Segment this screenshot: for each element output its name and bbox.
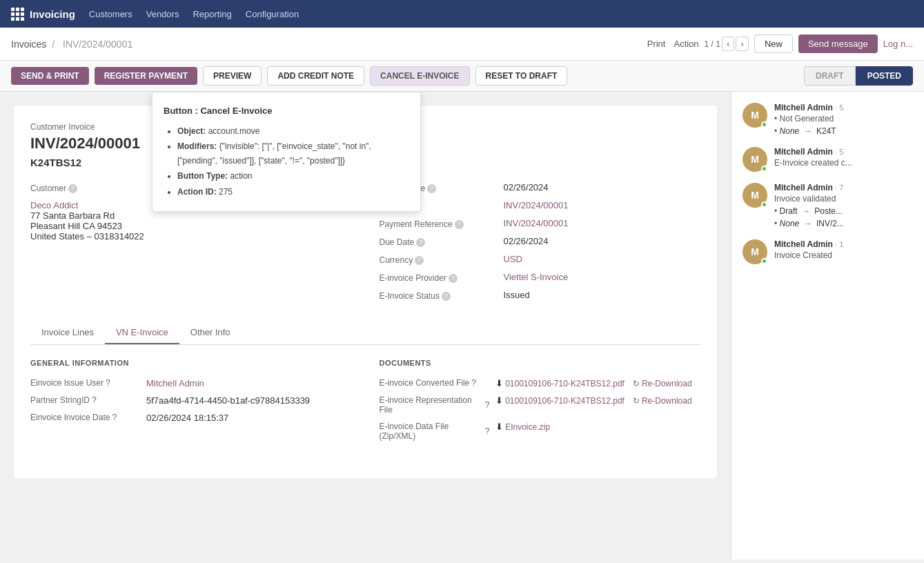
customer-address-1: 77 Santa Barbara Rd (30, 210, 352, 221)
log-author-1: Mitchell Admin (774, 103, 833, 112)
log-note-button[interactable]: Log n... (883, 39, 913, 49)
due-date-help-icon[interactable]: ? (416, 238, 425, 247)
nav-customers[interactable]: Customers (89, 9, 132, 19)
new-button[interactable]: New (754, 34, 793, 53)
invoice-card: Button : Cancel E-Invoice Object: accoun… (14, 106, 717, 478)
register-payment-button[interactable]: REGISTER PAYMENT (95, 67, 197, 85)
tab-other-info[interactable]: Other Info (179, 322, 242, 344)
einvoice-status-help-icon[interactable]: ? (442, 292, 451, 301)
due-date-field: Due Date ? 02/26/2024 (380, 236, 701, 247)
invoice-date-help-icon[interactable]: ? (427, 184, 436, 193)
pagination-prev[interactable]: ‹ (722, 37, 734, 51)
log-content-2: Mitchell Admin · 5 E-Invoice created c..… (774, 147, 913, 172)
representation-file-download-icon (495, 395, 506, 406)
log-time-2: · 5 (835, 148, 843, 156)
converted-file-link[interactable]: 0100109106-710-K24TBS12.pdf (505, 379, 625, 388)
nav-configuration[interactable]: Configuration (246, 9, 299, 19)
log-author-4: Mitchell Admin (774, 239, 833, 249)
representation-file-help-icon[interactable]: ? (485, 400, 490, 410)
tab-content-vn-einvoice: GENERAL INFORMATION Einvoice Issue User … (30, 345, 700, 462)
main-content: Button : Cancel E-Invoice Object: accoun… (0, 92, 924, 560)
log-entry-1: M Mitchell Admin · 5 • Not Generated • N… (743, 103, 913, 136)
status-bar: DRAFT POSTED (804, 66, 913, 86)
tabs-bar: Invoice Lines VN E-Invoice Other Info (30, 322, 700, 345)
invoice-fields: Invoice Date ? 02/26/2024 Tax No ? INV/2… (380, 182, 701, 308)
representation-file-row: E-invoice Representation File ? 01001091… (380, 395, 701, 415)
documents-title: DOCUMENTS (380, 359, 701, 367)
avatar-1: M (743, 103, 767, 128)
status-draft: DRAFT (804, 66, 856, 86)
log-content-3: Mitchell Admin · 7 Invoice validated • D… (774, 183, 913, 228)
customer-address-3: United States – 0318314022 (30, 231, 352, 241)
currency-field: Currency ? USD (380, 254, 701, 265)
breadcrumb-parent[interactable]: Invoices (11, 39, 46, 50)
tax-no-field: Tax No ? INV/2024/00001 (380, 200, 701, 211)
add-credit-note-button[interactable]: ADD CREDIT NOTE (267, 66, 364, 86)
log-change-1: • None → K24T (774, 126, 913, 136)
preview-button[interactable]: PREVIEW (203, 66, 262, 86)
log-change-3b: • None → INV/2... (774, 219, 913, 228)
tab-invoice-lines[interactable]: Invoice Lines (30, 322, 105, 344)
tooltip-object: Object: account.move (177, 124, 409, 138)
log-content-4: Mitchell Admin · 1 Invoice Created (774, 239, 913, 264)
einvoice-invoice-date-value: 02/26/2024 18:15:37 (146, 413, 228, 423)
pagination-area: 1 / 1 ‹ › (705, 37, 749, 51)
representation-file-value: 0100109106-710-K24TBS12.pdf Re-Download (495, 395, 692, 406)
currency-help-icon[interactable]: ? (415, 256, 424, 265)
currency-value: USD (504, 254, 522, 264)
converted-file-row: E-invoice Converted File ? 0100109106-71… (380, 378, 701, 388)
reset-to-draft-button[interactable]: RESET TO DRAFT (475, 66, 568, 86)
data-file-download-icon (495, 422, 506, 432)
print-button[interactable]: Print (647, 39, 666, 49)
send-message-button[interactable]: Send message (798, 34, 878, 53)
einvoice-provider-help-icon[interactable]: ? (449, 274, 458, 283)
representation-file-link[interactable]: 0100109106-710-K24TBS12.pdf (505, 396, 625, 406)
issue-user-value: Mitchell Admin (146, 378, 204, 388)
customer-help-icon[interactable]: ? (68, 184, 77, 193)
tab-vn-einvoice[interactable]: VN E-Invoice (105, 322, 179, 344)
payment-ref-help-icon[interactable]: ? (455, 220, 464, 229)
payment-ref-field: Payment Reference ? INV/2024/00001 (380, 218, 701, 229)
tab-two-col: GENERAL INFORMATION Einvoice Issue User … (30, 359, 700, 448)
header-controls: Print Action 1 / 1 ‹ › New Send message … (647, 34, 913, 53)
partner-stringid-value: 5f7aa4fd-4714-4450-b1af-c97884153339 (146, 395, 310, 406)
issue-user-help-icon[interactable]: ? (106, 378, 110, 388)
print-action-area: Print Action (647, 39, 699, 49)
app-name: Invoicing (30, 8, 75, 20)
action-button[interactable]: Action (674, 39, 698, 49)
converted-file-redownload[interactable]: Re-Download (633, 379, 692, 388)
tax-no-value: INV/2024/00001 (504, 200, 569, 210)
action-bar: SEND & PRINT REGISTER PAYMENT PREVIEW AD… (0, 61, 924, 92)
data-file-value: EInvoice.zip (495, 422, 550, 432)
partner-stringid-row: Partner StringID ? 5f7aa4fd-4714-4450-b1… (30, 395, 352, 406)
send-print-button[interactable]: SEND & PRINT (11, 67, 89, 85)
converted-file-download-icon (495, 378, 506, 388)
chatter-panel: M Mitchell Admin · 5 • Not Generated • N… (731, 92, 924, 560)
nav-vendors[interactable]: Vendors (146, 9, 179, 19)
app-switcher[interactable]: Invoicing (11, 8, 75, 21)
einvoice-status-value: Issued (504, 290, 530, 300)
cancel-einvoice-button[interactable]: CANCEL E-INVOICE (370, 66, 469, 86)
breadcrumb-bar: Invoices / INV/2024/00001 Print Action 1… (0, 28, 924, 61)
log-entry-3: M Mitchell Admin · 7 Invoice validated •… (743, 183, 913, 228)
tooltip-title: Button : Cancel E-Invoice (164, 103, 409, 119)
due-date-value: 02/26/2024 (504, 236, 549, 246)
grid-icon (11, 8, 24, 21)
einvoice-invoice-date-help-icon[interactable]: ? (112, 413, 117, 422)
pagination-next[interactable]: › (736, 37, 748, 51)
data-file-link[interactable]: EInvoice.zip (505, 422, 550, 432)
log-entry-4: M Mitchell Admin · 1 Invoice Created (743, 239, 913, 264)
issue-user-row: Einvoice Issue User ? Mitchell Admin (30, 378, 352, 388)
tooltip-button-type: Button Type: action (177, 169, 409, 183)
log-author-2: Mitchell Admin (774, 147, 833, 157)
data-file-help-icon[interactable]: ? (485, 426, 490, 436)
payment-ref-value: INV/2024/00001 (504, 218, 569, 228)
nav-reporting[interactable]: Reporting (193, 9, 231, 19)
representation-file-redownload[interactable]: Re-Download (633, 396, 692, 406)
breadcrumb: Invoices / INV/2024/00001 (11, 39, 135, 50)
partner-stringid-help-icon[interactable]: ? (92, 395, 97, 405)
log-author-3: Mitchell Admin (774, 183, 833, 192)
converted-file-help-icon[interactable]: ? (471, 378, 476, 388)
log-time-4: · 1 (835, 240, 843, 248)
invoice-area: Button : Cancel E-Invoice Object: accoun… (0, 92, 731, 560)
